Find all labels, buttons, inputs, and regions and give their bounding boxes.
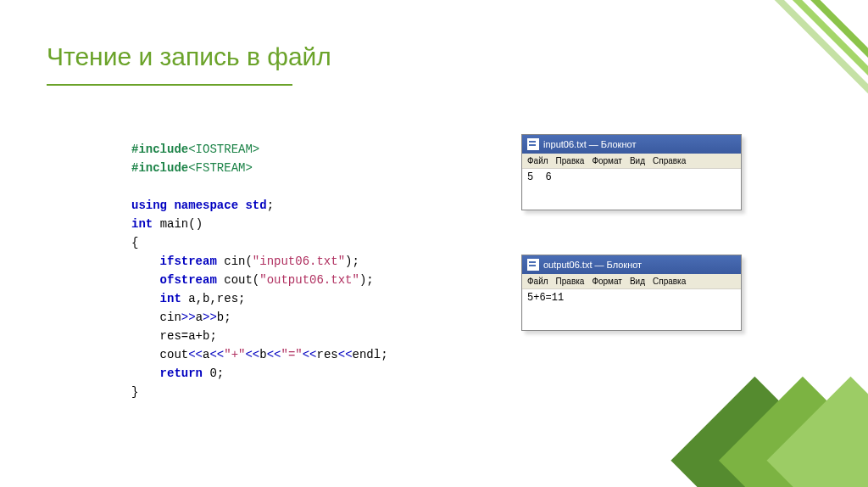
notepad-content[interactable]: 5+6=11 bbox=[522, 289, 741, 330]
code-token: << bbox=[303, 348, 317, 361]
code-token: cout bbox=[224, 273, 253, 287]
menu-file[interactable]: Файл bbox=[527, 156, 548, 165]
notepad-menubar: Файл Правка Формат Вид Справка bbox=[522, 154, 741, 169]
slide-decoration bbox=[0, 0, 868, 487]
notepad-icon bbox=[527, 138, 539, 150]
menu-file[interactable]: Файл bbox=[527, 277, 548, 286]
slide-title: Чтение и запись в файл bbox=[47, 42, 331, 71]
code-token: cout bbox=[160, 348, 189, 361]
code-token: "output06.txt" bbox=[259, 273, 359, 287]
menu-format[interactable]: Формат bbox=[592, 156, 622, 165]
code-token: "+" bbox=[224, 348, 245, 361]
code-token: #include bbox=[131, 143, 188, 156]
code-token: <IOSTREAM> bbox=[188, 143, 259, 156]
code-token: "=" bbox=[281, 348, 303, 361]
code-token: ifstream bbox=[160, 255, 217, 268]
title-underline bbox=[47, 84, 292, 86]
menu-view[interactable]: Вид bbox=[630, 277, 645, 286]
code-token: cin bbox=[160, 311, 181, 324]
notepad-menubar: Файл Правка Формат Вид Справка bbox=[522, 274, 741, 289]
notepad-output-window: output06.txt — Блокнот Файл Правка Форма… bbox=[521, 255, 742, 331]
code-token: std bbox=[245, 199, 266, 212]
code-token: 0 bbox=[209, 367, 216, 380]
code-token: a bbox=[196, 311, 203, 324]
menu-format[interactable]: Формат bbox=[592, 277, 622, 286]
menu-help[interactable]: Справка bbox=[653, 277, 686, 286]
code-token: a,b,res; bbox=[188, 292, 245, 305]
code-token: using bbox=[131, 199, 167, 212]
notepad-title: output06.txt — Блокнот bbox=[543, 260, 642, 270]
code-token: endl bbox=[353, 348, 381, 361]
notepad-titlebar: output06.txt — Блокнот bbox=[522, 255, 741, 274]
code-token: ofstream bbox=[160, 273, 217, 287]
code-token: << bbox=[188, 348, 203, 361]
notepad-title: input06.txt — Блокнот bbox=[543, 139, 636, 149]
notepad-content[interactable]: 5 6 bbox=[522, 169, 741, 210]
menu-view[interactable]: Вид bbox=[630, 156, 645, 165]
code-token: namespace bbox=[174, 199, 238, 212]
notepad-titlebar: input06.txt — Блокнот bbox=[522, 135, 741, 154]
code-token: "input06.txt" bbox=[253, 255, 345, 268]
code-token: main bbox=[160, 217, 189, 231]
code-token: #include bbox=[131, 161, 188, 175]
code-token: res bbox=[317, 348, 338, 361]
notepad-icon bbox=[527, 259, 539, 271]
code-token: << bbox=[338, 348, 353, 361]
code-block: #include<IOSTREAM> #include<FSTREAM> usi… bbox=[131, 140, 388, 401]
menu-edit[interactable]: Правка bbox=[556, 156, 585, 165]
code-token: int bbox=[131, 217, 153, 231]
code-token: << bbox=[245, 348, 259, 361]
code-token: << bbox=[209, 348, 224, 361]
code-token: <FSTREAM> bbox=[188, 161, 253, 175]
code-token: >> bbox=[181, 311, 196, 324]
code-token: int bbox=[160, 292, 181, 305]
code-token: res=a+b; bbox=[160, 329, 217, 343]
code-token: return bbox=[160, 367, 203, 380]
notepad-input-window: input06.txt — Блокнот Файл Правка Формат… bbox=[521, 134, 742, 210]
code-token: cin bbox=[224, 255, 245, 268]
menu-edit[interactable]: Правка bbox=[556, 277, 585, 286]
code-token: << bbox=[267, 348, 281, 361]
menu-help[interactable]: Справка bbox=[653, 156, 686, 165]
code-token: >> bbox=[203, 311, 217, 324]
code-token: b bbox=[217, 311, 224, 324]
code-token: b bbox=[259, 348, 266, 361]
